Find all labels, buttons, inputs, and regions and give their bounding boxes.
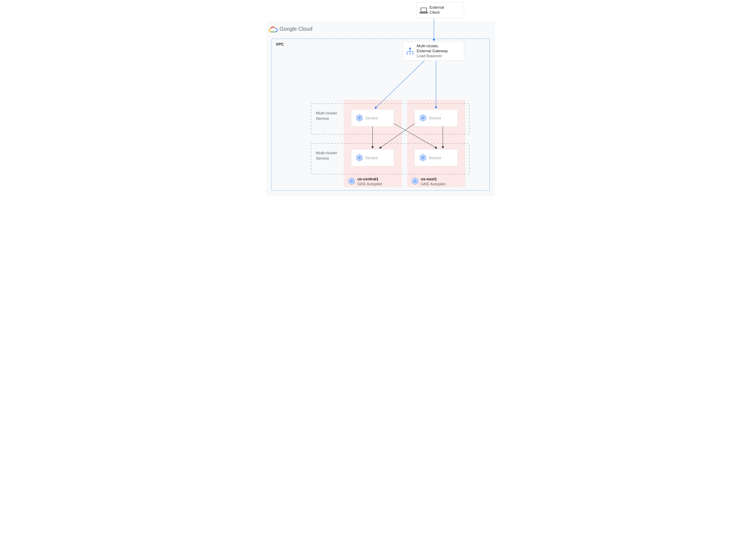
- cluster-b-kind: GKE Autopilot: [421, 182, 446, 186]
- service-box-bottom-right: Service: [415, 149, 457, 166]
- cluster-a-kind: GKE Autopilot: [357, 182, 382, 186]
- cloud-label: Google Cloud: [279, 26, 312, 32]
- service-box-top-left: Service: [351, 109, 394, 126]
- kubernetes-icon: [357, 154, 362, 161]
- service-label-tr: Service: [429, 116, 441, 120]
- external-client-box: External Client: [417, 2, 464, 18]
- diagram-canvas: Google Cloud VPC External Client Multi-c…: [238, 0, 499, 199]
- external-client-line2: Client: [430, 10, 440, 15]
- mcs2-line2: Service: [316, 156, 329, 160]
- service-label-bl: Service: [365, 156, 378, 160]
- kubernetes-icon: [357, 115, 362, 121]
- service-box-top-right: Service: [415, 109, 457, 126]
- service-label-tl: Service: [365, 116, 378, 120]
- kubernetes-icon: [420, 154, 426, 161]
- kubernetes-icon: [420, 115, 426, 121]
- gateway-box: Multi-cluster, External Gateway Load Bal…: [403, 41, 464, 61]
- mcs1-line2: Service: [316, 116, 329, 121]
- svg-rect-13: [417, 2, 464, 18]
- cluster-a-region: us-central1: [357, 177, 379, 181]
- cluster-b-region: us-east1: [421, 177, 437, 181]
- gateway-line1: Multi-cluster,: [417, 44, 439, 48]
- mcs1-line1: Multi-cluster: [316, 111, 337, 115]
- service-label-br: Service: [429, 156, 441, 160]
- external-client-line1: External: [430, 5, 444, 10]
- kubernetes-icon: [349, 178, 355, 184]
- vpc-label: VPC: [276, 42, 284, 46]
- mcs2-line1: Multi-cluster: [316, 151, 337, 155]
- gateway-line3: Load Balancer: [417, 54, 442, 58]
- gateway-line2: External Gateway: [417, 49, 448, 53]
- service-box-bottom-left: Service: [351, 149, 394, 166]
- kubernetes-icon: [412, 178, 418, 184]
